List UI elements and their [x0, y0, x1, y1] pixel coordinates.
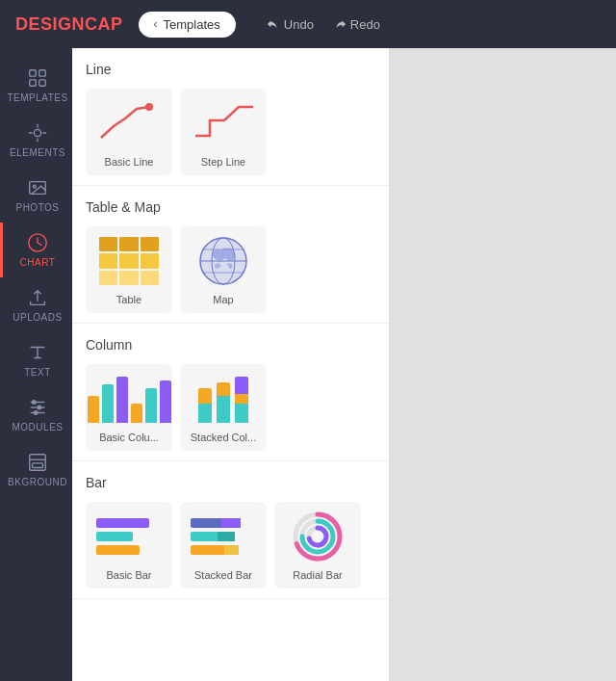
redo-button[interactable]: Redo	[325, 13, 388, 36]
text-icon	[27, 342, 48, 363]
svg-point-6	[33, 185, 36, 188]
sidebar-item-bkground-label: BKGROUND	[8, 477, 67, 487]
line-chart-grid: Basic Line Step Line	[86, 89, 375, 175]
bkground-icon	[27, 452, 48, 473]
table-cell	[99, 271, 117, 285]
col-bar	[160, 380, 171, 423]
bar-h	[96, 518, 149, 528]
col-bar	[88, 396, 99, 423]
sidebar-item-photos[interactable]: PHOTOS	[0, 168, 72, 223]
table-map-section: Table & Map	[72, 186, 389, 324]
bar-segment	[191, 532, 218, 541]
svg-rect-1	[39, 70, 45, 76]
table-preview	[96, 235, 162, 288]
sidebar-item-photos-label: PHOTOS	[15, 202, 59, 213]
svg-rect-3	[39, 80, 45, 86]
basic-column-label: Basic Colu...	[99, 432, 159, 443]
table-map-section-title: Table & Map	[86, 199, 375, 215]
svg-point-10	[33, 401, 37, 405]
table-item[interactable]: Table	[86, 226, 172, 313]
map-item[interactable]: Map	[180, 226, 267, 313]
basic-bar-bars	[96, 518, 162, 555]
svg-point-12	[34, 411, 38, 415]
line-section-title: Line	[86, 62, 375, 77]
svg-point-15	[145, 103, 153, 111]
chart-icon	[27, 232, 48, 253]
undo-button[interactable]: Undo	[259, 13, 321, 36]
step-line-preview	[191, 97, 256, 150]
step-line-svg	[191, 99, 256, 147]
modules-icon	[27, 397, 48, 418]
sidebar-item-bkground[interactable]: BKGROUND	[0, 442, 72, 497]
stacked-bar-row	[191, 545, 256, 555]
photos-icon	[27, 177, 48, 198]
templates-button-label: Templates	[164, 17, 220, 32]
logo-cap: CAP	[85, 14, 123, 35]
uploads-icon	[27, 287, 48, 308]
col-segment	[235, 394, 248, 404]
logo-design: DESIGN	[15, 14, 85, 35]
table-cell	[141, 253, 159, 268]
stacked-bar-item[interactable]: Stacked Bar	[180, 502, 267, 589]
step-line-label: Step Line	[201, 156, 245, 168]
basic-line-preview	[96, 97, 162, 150]
col-bar	[131, 404, 142, 423]
bar-section-title: Bar	[86, 475, 375, 490]
templates-button[interactable]: ‹ Templates	[139, 12, 236, 38]
map-svg	[194, 235, 252, 288]
sidebar-item-elements-label: ELEMENTS	[10, 147, 65, 158]
basic-line-item[interactable]: Basic Line	[86, 89, 172, 175]
column-section: Column Basic Colu...	[72, 324, 389, 461]
sidebar-item-uploads-label: UPLOADS	[13, 312, 62, 323]
sidebar-item-modules[interactable]: MODULES	[0, 387, 72, 442]
elements-icon	[27, 122, 48, 144]
sidebar-item-elements[interactable]: ELEMENTS	[0, 113, 72, 168]
radial-bar-preview	[285, 511, 350, 563]
table-cell	[99, 237, 117, 251]
bar-h	[96, 532, 133, 541]
sidebar-item-text[interactable]: TEXT	[0, 332, 72, 387]
stacked-column-preview	[191, 373, 256, 426]
sidebar-item-templates-label: TEMPLATES	[7, 92, 67, 103]
basic-bar-item[interactable]: Basic Bar	[86, 502, 172, 589]
undo-label: Undo	[284, 17, 314, 32]
bar-chart-grid: Basic Bar	[86, 502, 375, 589]
svg-point-11	[38, 406, 41, 409]
col-bar	[116, 377, 128, 423]
sidebar-item-templates[interactable]: TEMPLATES	[0, 58, 72, 113]
bar-segment	[221, 518, 241, 528]
sidebar-item-chart[interactable]: CHART	[0, 223, 72, 277]
stacked-bar-row	[191, 518, 256, 528]
basic-column-item[interactable]: Basic Colu...	[86, 364, 172, 451]
bar-segment	[191, 545, 224, 555]
redo-icon	[333, 17, 346, 31]
sidebar-item-uploads[interactable]: UPLOADS	[0, 277, 72, 332]
stacked-bar-bars	[191, 518, 256, 555]
map-preview	[194, 235, 252, 288]
table-cell	[99, 253, 117, 268]
basic-bar-preview	[96, 511, 162, 563]
col-segment	[198, 388, 212, 404]
table-grid	[99, 237, 159, 285]
column-section-title: Column	[86, 337, 375, 353]
bar-segment	[191, 518, 221, 528]
sidebar: TEMPLATES ELEMENTS PHOTOS CHART UPLOADS	[0, 48, 72, 681]
redo-label: Redo	[350, 17, 380, 32]
table-label: Table	[116, 294, 141, 305]
stacked-bar-row	[191, 532, 256, 541]
svg-rect-14	[33, 463, 43, 468]
table-cell	[141, 271, 159, 285]
topbar-actions: Undo Redo	[259, 13, 388, 36]
topbar: DESIGNCAP ‹ Templates Undo Redo	[0, 0, 616, 48]
line-section: Line Basic Line	[72, 48, 389, 186]
stacked-bar-label: Stacked Bar	[194, 569, 252, 581]
col-segment	[217, 396, 230, 423]
sidebar-item-chart-label: CHART	[20, 257, 56, 268]
radial-bar-item[interactable]: Radial Bar	[274, 502, 361, 589]
step-line-item[interactable]: Step Line	[180, 89, 267, 175]
table-cell	[119, 271, 138, 285]
bar-segment	[224, 545, 239, 555]
stacked-col-2	[217, 375, 230, 423]
svg-rect-0	[30, 70, 36, 76]
stacked-column-item[interactable]: Stacked Col...	[180, 364, 267, 451]
